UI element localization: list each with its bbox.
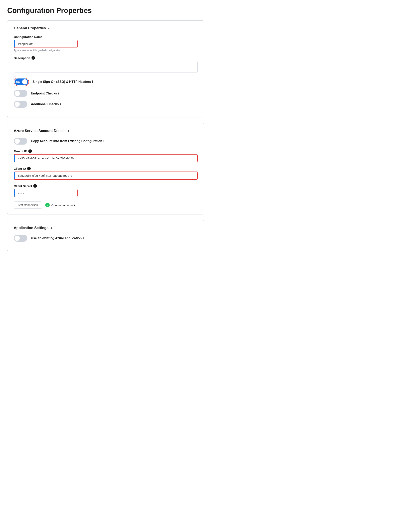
endpoint-toggle-row: Endpoint Checks i [14, 90, 198, 97]
endpoint-label: Endpoint Checks i [31, 92, 59, 95]
tenant-id-group: Tenant ID i [14, 149, 198, 162]
client-secret-info-icon: i [33, 184, 37, 188]
sso-on-text: On [16, 80, 20, 84]
tenant-id-input-container [14, 154, 198, 162]
general-properties-chevron: ▼ [47, 27, 50, 30]
app-settings-title: Application Settings [14, 226, 48, 230]
client-secret-input[interactable] [15, 189, 77, 197]
client-id-input-container [14, 171, 198, 180]
connection-status-text: Connection is valid [51, 203, 76, 207]
copy-account-toggle[interactable] [14, 138, 27, 145]
general-properties-section: General Properties ▼ Configuration Name … [7, 20, 204, 117]
description-input[interactable] [14, 61, 198, 72]
client-secret-group: Client Secret i [14, 184, 198, 197]
endpoint-slider [14, 90, 27, 97]
tenant-id-info-icon: i [28, 149, 32, 153]
additional-toggle-row: Additional Checks i [14, 101, 198, 108]
app-settings-section: Application Settings ▼ Use an existing A… [7, 220, 204, 251]
config-name-input-container [14, 40, 78, 48]
client-id-group: Client ID i [14, 167, 198, 180]
azure-details-chevron: ▼ [67, 129, 70, 132]
client-id-input[interactable] [15, 172, 197, 179]
sso-info-icon: i [92, 80, 93, 84]
sso-label: Single Sign-On (SSO) & HTTP Headers i [32, 80, 93, 84]
description-info-icon: i [31, 56, 35, 60]
description-group: Description i [14, 56, 198, 73]
additional-toggle[interactable] [14, 101, 27, 108]
sso-toggle[interactable]: On [15, 78, 28, 85]
copy-account-label: Copy Account Info from Existing Configur… [31, 139, 104, 143]
tenant-id-label: Tenant ID i [14, 149, 198, 153]
existing-azure-label: Use an existing Azure application i [31, 236, 84, 240]
test-connection-button[interactable]: Test Connection [14, 201, 42, 209]
config-name-label: Configuration Name [14, 35, 198, 39]
sso-slider: On [15, 78, 28, 85]
description-label: Description i [14, 56, 198, 60]
connection-status: ✓ Connection is valid [45, 203, 76, 207]
sso-toggle-wrapper: On [14, 78, 29, 86]
existing-azure-toggle[interactable] [14, 235, 27, 242]
existing-azure-slider [14, 235, 27, 242]
tenant-id-input[interactable] [15, 155, 197, 162]
additional-slider [14, 101, 27, 108]
general-properties-header[interactable]: General Properties ▼ [14, 26, 198, 30]
config-name-hint: Type a name for this guided configuratio… [14, 49, 198, 52]
client-id-label: Client ID i [14, 167, 198, 170]
azure-details-header[interactable]: Azure Service Account Details ▼ [14, 129, 198, 133]
copy-account-info-icon: i [104, 139, 104, 143]
azure-details-section: Azure Service Account Details ▼ Copy Acc… [7, 123, 204, 215]
general-properties-title: General Properties [14, 26, 46, 30]
client-secret-label: Client Secret i [14, 184, 198, 188]
existing-azure-info-icon: i [83, 236, 84, 240]
config-name-input[interactable] [15, 40, 77, 47]
additional-info-icon: i [60, 102, 61, 106]
endpoint-info-icon: i [58, 92, 59, 95]
existing-azure-toggle-row: Use an existing Azure application i [14, 235, 198, 242]
config-name-group: Configuration Name Type a name for this … [14, 35, 198, 52]
app-settings-chevron: ▼ [50, 226, 53, 230]
connection-check-icon: ✓ [45, 203, 50, 207]
copy-account-toggle-row: Copy Account Info from Existing Configur… [14, 138, 198, 145]
endpoint-toggle[interactable] [14, 90, 27, 97]
config-name-input-wrapper [14, 40, 78, 48]
client-id-info-icon: i [27, 167, 31, 170]
page-title: Configuration Properties [7, 6, 204, 15]
copy-account-slider [14, 138, 27, 145]
test-connection-row: Test Connection ✓ Connection is valid [14, 201, 198, 209]
client-secret-input-container [14, 189, 78, 197]
azure-details-title: Azure Service Account Details [14, 129, 65, 133]
additional-label: Additional Checks i [31, 102, 61, 106]
sso-toggle-row: On Single Sign-On (SSO) & HTTP Headers i [14, 78, 198, 86]
app-settings-header[interactable]: Application Settings ▼ [14, 226, 198, 230]
